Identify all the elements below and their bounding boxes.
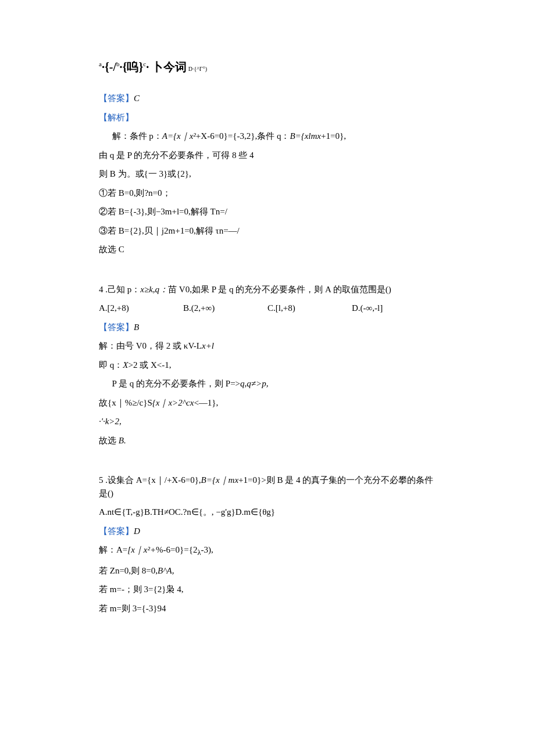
q5-options: A.nt∈{T,-g}B.TH≠OC.?n∈{。, −g'g}D.m∈{θg} xyxy=(99,506,436,519)
q3-explain-label: 【解析】 xyxy=(99,111,436,124)
q4-opt-a: A.[2,+8) xyxy=(99,302,183,315)
q4-stem: 4 .己知 p：x≥k,q：苗 V0,如果 P 是 q 的充分不必要条件，则 A… xyxy=(99,283,436,296)
q3-option-line: a·{-/b·{呜}c· 卜今词 D·{^Γ°) xyxy=(99,58,436,76)
q4-answer: 【答案】B xyxy=(99,321,436,334)
q3-line7: 故选 C xyxy=(99,243,436,256)
q3-line3: 则 B 为。或{一 3}或{2}, xyxy=(99,167,436,181)
q5-line4: 若 m=则 3={-3}94 xyxy=(99,602,436,615)
q4-opt-d: D.(-∞,-l] xyxy=(352,302,436,315)
answer-value: B xyxy=(134,323,139,332)
q3-answer: 【答案】C xyxy=(99,92,436,105)
q3-line5: ②若 B={-3},则−3m+l=0,解得 Tn=/ xyxy=(99,205,436,218)
q3-line4: ①若 B=0,则?n=0； xyxy=(99,187,436,200)
q4-line4: 故{x｜%≥/c}S{x｜x>2^cx<—1}, xyxy=(99,396,436,410)
answer-value: C xyxy=(134,94,140,103)
q4-line1: 解：由号 V0，得 2 或 κV-Lx+l xyxy=(99,339,436,353)
answer-label: 【答案】 xyxy=(99,94,134,103)
q4-opt-c: C.[l,+8) xyxy=(268,302,352,315)
q4-line3: P 是 q 的充分不必要条件，则 P=>q,q≠>p, xyxy=(99,377,436,390)
q4-opt-b: B.(2,+∞) xyxy=(183,302,268,315)
q4-line2: 即 q：X>2 或 X<-1, xyxy=(99,359,436,372)
q3-line1: 解：条件 p：A={x｜x²+X-6=0}={-3,2},条件 q：B={xlm… xyxy=(99,130,436,143)
answer-value: D xyxy=(134,526,140,536)
opt-d: D·{^Γ°) xyxy=(187,66,207,72)
opt-b: ·{呜} xyxy=(120,60,144,73)
q3-line6: ③若 B={2},贝｜j2m+1=0,解得 τn=—/ xyxy=(99,224,436,238)
q5-line2: 若 Zn=0,则 8=0,B^A, xyxy=(99,564,436,578)
opt-a: ·{-/ xyxy=(102,60,116,73)
opt-c: · 卜今词 xyxy=(146,60,187,73)
q4-line6: 故选 B. xyxy=(99,434,436,447)
q3-line2: 由 q 是 P 的充分不必要条件，可得 8 些 4 xyxy=(99,149,436,162)
q4-line5: ·'·k>2, xyxy=(99,415,436,428)
answer-label: 【答案】 xyxy=(99,526,134,536)
q5-line1: 解：A=[x｜x²+%-6=0}={2λ-3), xyxy=(99,543,436,558)
q5-stem: 5 .设集合 A={x｜/+X-6=0},B={x｜mx+1=0}>则 B 是 … xyxy=(99,474,436,500)
answer-label: 【答案】 xyxy=(99,323,134,332)
q4-options: A.[2,+8) B.(2,+∞) C.[l,+8) D.(-∞,-l] xyxy=(99,302,436,315)
q5-line3: 若 m=-；则 3={2}枭 4, xyxy=(99,583,436,596)
q5-answer: 【答案】D xyxy=(99,525,436,538)
